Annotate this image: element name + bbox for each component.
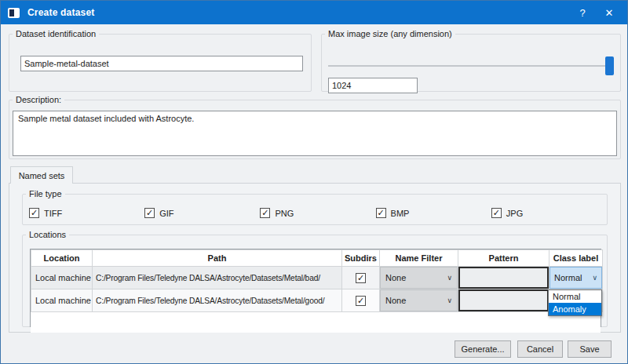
subdirs-cell: ✓ xyxy=(342,289,380,312)
class-label-value: Normal xyxy=(554,273,582,282)
dataset-identification-group: Dataset identification xyxy=(9,29,312,92)
close-icon: ✕ xyxy=(605,7,614,19)
checkbox-png[interactable]: ✓ PNG xyxy=(260,208,375,218)
named-sets-panel: File type ✓ TIFF ✓ GIF ✓ PNG ✓ xyxy=(9,183,621,333)
subdirs-checkbox[interactable]: ✓ xyxy=(356,296,366,306)
window-title: Create dataset xyxy=(27,7,95,18)
class-label-popup: Normal Anomaly xyxy=(548,289,602,316)
chevron-down-icon: ∨ xyxy=(592,274,597,282)
save-button[interactable]: Save xyxy=(568,340,612,358)
subdirs-checkbox[interactable]: ✓ xyxy=(356,273,366,283)
path-cell: C:/Program Files/Teledyne DALSA/Astrocyt… xyxy=(93,267,342,289)
chevron-down-icon: ∨ xyxy=(447,297,452,304)
checkbox-tiff[interactable]: ✓ TIFF xyxy=(29,208,144,218)
dropdown-option-anomaly[interactable]: Anomaly xyxy=(549,303,601,315)
slider-handle[interactable] xyxy=(605,56,614,75)
col-header-name-filter: Name Filter xyxy=(380,250,458,267)
app-icon xyxy=(8,8,20,18)
pattern-input[interactable] xyxy=(458,289,549,311)
checkbox-bmp[interactable]: ✓ BMP xyxy=(376,208,491,218)
dropdown-option-normal[interactable]: Normal xyxy=(549,290,601,303)
name-filter-value: None xyxy=(385,273,406,282)
checkbox-jpg[interactable]: ✓ JPG xyxy=(491,208,607,218)
close-button[interactable]: ✕ xyxy=(596,1,623,24)
checkbox-checked-icon[interactable]: ✓ xyxy=(260,208,270,218)
generate-button[interactable]: Generate... xyxy=(455,340,511,358)
dataset-name-input[interactable] xyxy=(20,56,303,71)
help-icon: ? xyxy=(579,7,585,19)
dataset-identification-legend: Dataset identification xyxy=(13,29,99,38)
chevron-down-icon: ∨ xyxy=(447,274,452,282)
titlebar-controls: ? ✕ xyxy=(569,1,627,24)
col-header-subdirs: Subdirs xyxy=(342,250,380,267)
create-dataset-dialog: Create dataset ? ✕ Dataset identificatio… xyxy=(0,0,628,364)
table-empty-area xyxy=(31,312,601,333)
checkbox-label: BMP xyxy=(391,209,410,218)
description-textarea[interactable]: Sample metal dataset included with Astro… xyxy=(13,111,617,156)
table-row: Local machine C:/Program Files/Teledyne … xyxy=(31,289,603,312)
max-image-size-input[interactable] xyxy=(328,78,418,93)
title-bar: Create dataset ? ✕ xyxy=(1,1,627,24)
tab-label: Named sets xyxy=(19,171,65,180)
locations-table: Location Path Subdirs Name Filter Patter… xyxy=(30,249,601,327)
location-cell: Local machine xyxy=(31,289,93,312)
cancel-button[interactable]: Cancel xyxy=(517,340,563,358)
name-filter-value: None xyxy=(385,296,406,305)
col-header-path: Path xyxy=(93,250,342,267)
subdirs-cell: ✓ xyxy=(342,267,380,289)
description-group: Description: Sample metal dataset includ… xyxy=(9,95,621,159)
max-image-size-group: Max image size (any dimension) xyxy=(321,29,621,92)
col-header-pattern: Pattern xyxy=(458,250,550,267)
file-type-row: ✓ TIFF ✓ GIF ✓ PNG ✓ BMP xyxy=(29,208,607,218)
file-type-legend: File type xyxy=(26,189,65,198)
checkbox-label: PNG xyxy=(275,209,294,218)
location-cell: Local machine xyxy=(31,267,93,289)
pattern-input[interactable] xyxy=(458,267,549,289)
tab-named-sets[interactable]: Named sets xyxy=(10,166,73,184)
checkbox-checked-icon[interactable]: ✓ xyxy=(29,208,39,218)
class-label-dropdown[interactable]: Normal ∨ xyxy=(550,267,602,289)
table-row: Local machine C:/Program Files/Teledyne … xyxy=(31,267,603,289)
checkbox-label: GIF xyxy=(159,209,173,218)
checkbox-gif[interactable]: ✓ GIF xyxy=(144,208,260,218)
help-button[interactable]: ? xyxy=(569,1,596,24)
max-image-size-legend: Max image size (any dimension) xyxy=(325,29,455,38)
locations-group: Locations Location Path Subdirs Name Fil… xyxy=(22,230,608,327)
description-legend: Description: xyxy=(13,95,64,104)
max-image-size-slider[interactable] xyxy=(328,56,614,76)
dialog-body: Dataset identification Max image size (a… xyxy=(1,24,627,363)
checkbox-checked-icon[interactable]: ✓ xyxy=(491,208,502,218)
col-header-class-label: Class label xyxy=(550,250,603,267)
name-filter-dropdown[interactable]: None ∨ xyxy=(380,289,458,311)
table-header-row: Location Path Subdirs Name Filter Patter… xyxy=(31,250,603,267)
slider-track[interactable] xyxy=(328,65,614,67)
checkbox-label: JPG xyxy=(506,209,523,218)
checkbox-label: TIFF xyxy=(44,209,62,218)
col-header-location: Location xyxy=(31,250,93,267)
locations-legend: Locations xyxy=(26,230,69,239)
checkbox-checked-icon[interactable]: ✓ xyxy=(376,208,386,218)
checkbox-checked-icon[interactable]: ✓ xyxy=(144,208,155,218)
file-type-group: File type ✓ TIFF ✓ GIF ✓ PNG ✓ xyxy=(22,189,608,225)
name-filter-dropdown[interactable]: None ∨ xyxy=(380,267,458,289)
path-cell: C:/Program Files/Teledyne DALSA/Astrocyt… xyxy=(93,289,342,312)
